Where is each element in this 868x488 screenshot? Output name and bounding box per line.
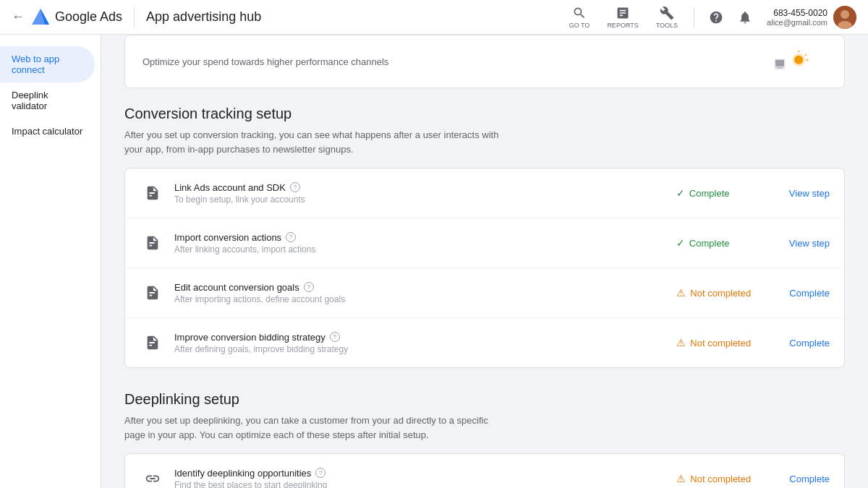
conversion-section: Conversion tracking setup After you set … (124, 106, 845, 368)
link-ads-status: ✓ Complete (676, 187, 778, 199)
import-status: ✓ Complete (676, 237, 778, 249)
warn-icon-3: ⚠ (676, 473, 686, 484)
bidding-icon (140, 330, 166, 356)
link-ads-status-text: Complete (689, 188, 730, 199)
goto-label: GO TO (569, 22, 590, 29)
promo-image (769, 47, 827, 76)
user-menu[interactable]: 683-455-0020 alice@gmail.com (767, 6, 856, 29)
goals-help-icon[interactable]: ? (304, 282, 314, 292)
main-content: Optimize your spend towards higher perfo… (101, 35, 868, 488)
goals-status: ⚠ Not completed (676, 287, 778, 299)
identify-deeplink-title: Identify deeplinking opportunities (174, 468, 311, 479)
import-info: Import conversion actions ? After linkin… (174, 232, 676, 254)
reports-icon (616, 6, 630, 20)
link-ads-action-link[interactable]: View step (789, 188, 830, 199)
top-promo-text: Optimize your spend towards higher perfo… (142, 56, 388, 67)
document-icon (145, 185, 161, 201)
bidding-action: Complete (789, 337, 830, 348)
sidebar-item-web-to-app[interactable]: Web to app connect (0, 46, 95, 82)
goto-button[interactable]: GO TO (562, 3, 597, 32)
reports-label: REPORTS (607, 22, 638, 29)
tools-icon (660, 6, 674, 20)
logo: Google Ads (30, 7, 122, 27)
nav-icons: GO TO REPORTS TOOLS 683-455-0020 alice@g… (562, 3, 856, 32)
goals-status-text: Not completed (690, 288, 751, 299)
svg-line-11 (805, 54, 807, 56)
import-action: View step (789, 237, 830, 249)
identify-deeplink-subtitle: Find the best places to start deeplinkin… (174, 480, 676, 489)
warn-icon-1: ⚠ (676, 287, 686, 299)
sidebar: Web to app connect Deeplink validator Im… (0, 35, 101, 488)
bidding-title: Improve conversion bidding strategy (174, 332, 326, 343)
link-ads-subtitle: To begin setup, link your accounts (174, 194, 676, 205)
bidding-status-text: Not completed (690, 338, 751, 348)
conversion-row-goals: Edit account conversion goals ? After im… (125, 268, 844, 318)
deeplink-row-identify: Identify deeplinking opportunities ? Fin… (125, 454, 844, 488)
goals-title: Edit account conversion goals (174, 282, 299, 293)
import-title: Import conversion actions (174, 232, 281, 243)
link-ads-action: View step (789, 187, 830, 199)
bidding-action-link[interactable]: Complete (789, 338, 830, 348)
conversion-table: Link Ads account and SDK ? To begin setu… (124, 168, 845, 368)
reports-button[interactable]: REPORTS (600, 3, 645, 32)
document-goals-icon (145, 285, 161, 301)
link-ads-info: Link Ads account and SDK ? To begin setu… (174, 182, 676, 205)
document-import-icon (145, 235, 161, 251)
conversion-section-title: Conversion tracking setup (124, 106, 845, 122)
nav-divider (134, 7, 135, 27)
svg-rect-7 (777, 67, 783, 69)
notifications-button[interactable] (732, 4, 758, 30)
identify-deeplink-action-link[interactable]: Complete (789, 474, 830, 484)
google-ads-logo-icon (30, 7, 51, 27)
link-ads-title: Link Ads account and SDK (174, 182, 286, 193)
back-button[interactable]: ← (12, 9, 25, 25)
page-title: App advertising hub (146, 9, 261, 25)
help-icon (709, 10, 723, 25)
identify-deeplink-status-text: Not completed (690, 474, 751, 484)
help-button[interactable] (703, 4, 729, 30)
warn-icon-2: ⚠ (676, 337, 686, 348)
deeplinking-section: Deeplinking setup After you set up deepl… (124, 391, 845, 488)
import-subtitle: After linking accounts, import actions (174, 244, 676, 254)
deeplinking-section-title: Deeplinking setup (124, 391, 845, 408)
import-status-text: Complete (689, 238, 730, 249)
bidding-status: ⚠ Not completed (676, 337, 778, 348)
tools-label: TOOLS (656, 22, 678, 29)
goals-action-link[interactable]: Complete (789, 288, 830, 299)
deeplinking-section-desc: After you set up deeplinking, you can ta… (124, 414, 501, 442)
import-help-icon[interactable]: ? (286, 232, 296, 242)
identify-deeplink-help-icon[interactable]: ? (315, 468, 326, 478)
conversion-row-link-ads: Link Ads account and SDK ? To begin setu… (125, 168, 844, 218)
top-navigation: ← Google Ads App advertising hub GO TO R… (0, 0, 868, 35)
identify-deeplink-status: ⚠ Not completed (676, 473, 778, 484)
nav-divider-2 (694, 7, 694, 27)
goals-action: Complete (789, 287, 830, 299)
link-ads-help-icon[interactable]: ? (290, 182, 300, 192)
import-icon (140, 230, 166, 256)
top-promo-card: Optimize your spend towards higher perfo… (124, 35, 845, 88)
sidebar-item-impact-calculator[interactable]: Impact calculator (0, 119, 95, 144)
conversion-row-bidding: Improve conversion bidding strategy ? Af… (125, 318, 844, 367)
svg-rect-6 (775, 60, 784, 67)
tools-button[interactable]: TOOLS (649, 3, 685, 32)
deeplinking-table: Identify deeplinking opportunities ? Fin… (124, 453, 845, 488)
sidebar-item-deeplink-validator[interactable]: Deeplink validator (0, 82, 95, 119)
bell-icon (738, 10, 752, 25)
bidding-help-icon[interactable]: ? (330, 332, 340, 342)
avatar-icon (833, 6, 856, 29)
import-action-link[interactable]: View step (789, 238, 830, 249)
link-icon (145, 471, 161, 487)
check-icon: ✓ (676, 187, 685, 199)
goals-subtitle: After importing actions, define account … (174, 294, 676, 304)
goals-icon (140, 280, 166, 306)
conversion-section-desc: After you set up conversion tracking, yo… (124, 128, 501, 156)
bidding-info: Improve conversion bidding strategy ? Af… (174, 332, 676, 354)
bidding-subtitle: After defining goals, improve bidding st… (174, 344, 676, 354)
identify-deeplink-info: Identify deeplinking opportunities ? Fin… (174, 468, 676, 489)
identify-deeplink-icon (140, 466, 166, 488)
link-ads-icon (140, 180, 166, 206)
svg-point-9 (794, 56, 803, 64)
check-icon-2: ✓ (676, 237, 685, 249)
search-icon (572, 6, 587, 20)
logo-text: Google Ads (55, 9, 122, 25)
